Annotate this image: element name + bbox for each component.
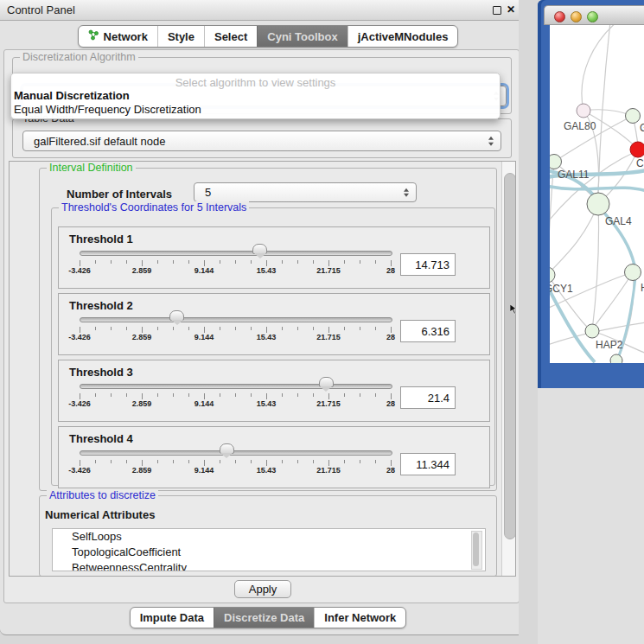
slider-thumb[interactable] bbox=[319, 377, 334, 387]
attribute-item-topologicalcoefficient[interactable]: TopologicalCoefficient bbox=[53, 545, 485, 560]
tab-cyni-toolbox[interactable]: Cyni Toolbox bbox=[257, 26, 347, 47]
attribute-item-betweennesscentrality[interactable]: BetweennessCentrality bbox=[53, 560, 485, 571]
apply-button[interactable]: Apply bbox=[234, 580, 291, 598]
tick-mark bbox=[235, 327, 236, 330]
tick-mark bbox=[142, 260, 143, 266]
network-node-ga[interactable] bbox=[626, 109, 641, 124]
network-canvas[interactable]: GAL80GACGAL11GAL4GCY1HHAP2 bbox=[550, 25, 644, 363]
dropdown-item-equal-width-frequency[interactable]: Equal Width/Frequency Discretization bbox=[14, 103, 201, 116]
threshold-title: Threshold 1 bbox=[69, 233, 133, 245]
numerical-attributes-label: Numerical Attributes bbox=[45, 508, 155, 521]
tick-label: 2.859 bbox=[132, 266, 152, 275]
group-legend: Attributes to discretize bbox=[47, 489, 158, 502]
threshold-value-field[interactable]: 21.4 bbox=[400, 386, 456, 409]
tick-mark bbox=[204, 393, 205, 399]
scrollbar-thumb[interactable] bbox=[504, 173, 516, 539]
tab-impute-data[interactable]: Impute Data bbox=[131, 608, 214, 628]
tick-mark bbox=[313, 460, 314, 463]
slider-thumb[interactable] bbox=[220, 443, 234, 454]
tick-mark bbox=[391, 327, 392, 333]
list-scrollbar[interactable] bbox=[471, 531, 482, 570]
network-window-titlebar[interactable] bbox=[544, 5, 644, 25]
tab-style[interactable]: Style bbox=[157, 26, 204, 47]
slider-track[interactable] bbox=[80, 317, 392, 322]
network-edge bbox=[595, 272, 633, 326]
tick-label: 15.43 bbox=[257, 399, 277, 408]
close-traffic-light-icon[interactable] bbox=[554, 11, 565, 22]
threshold-panel: Threshold 3-3.4262.8599.14415.4321.71528… bbox=[58, 360, 490, 422]
tab-label: Style bbox=[168, 30, 194, 43]
slider-thumb[interactable] bbox=[252, 244, 267, 254]
tab-discretize-data[interactable]: Discretize Data bbox=[214, 608, 314, 628]
interval-definition-group: Interval Definition Number of Intervals … bbox=[39, 168, 497, 491]
tab-group: NetworkStyleSelectCyni ToolboxjActiveMNo… bbox=[78, 25, 459, 48]
attributes-group: Attributes to discretize Numerical Attri… bbox=[39, 495, 497, 577]
node-label: GA bbox=[640, 122, 644, 134]
tick-mark bbox=[297, 327, 298, 330]
tick-mark bbox=[220, 260, 220, 264]
combo-value: galFiltered.sif default node bbox=[34, 135, 165, 148]
network-node[interactable] bbox=[610, 354, 622, 363]
node-label: C bbox=[636, 157, 644, 169]
tick-mark bbox=[142, 393, 143, 399]
dropdown-placeholder: Select algorithm to view settings bbox=[11, 76, 500, 89]
vertical-scrollbar[interactable] bbox=[501, 162, 516, 576]
tick-label: -3.426 bbox=[68, 333, 91, 341]
tick-mark bbox=[235, 393, 236, 397]
slider-thumb[interactable] bbox=[169, 310, 184, 321]
network-node-gal11[interactable] bbox=[550, 155, 562, 169]
tick-mark bbox=[344, 260, 345, 264]
tick-mark bbox=[173, 260, 174, 264]
network-node-hap2[interactable] bbox=[585, 324, 599, 338]
tick-mark bbox=[95, 260, 96, 264]
minimize-traffic-light-icon[interactable] bbox=[571, 11, 582, 22]
tick-mark bbox=[126, 393, 127, 397]
node-label: HAP2 bbox=[596, 339, 623, 351]
tab-jactivemnodules[interactable]: jActiveMNodules bbox=[348, 26, 458, 47]
network-node-gcy1[interactable] bbox=[550, 267, 555, 283]
tab-group: Impute DataDiscretize DataInfer Network bbox=[130, 607, 407, 628]
node-label: GAL80 bbox=[564, 120, 596, 132]
control-panel-titlebar[interactable]: Control Panel ✕ bbox=[0, 0, 536, 21]
tick-mark bbox=[344, 327, 345, 330]
tab-network[interactable]: Network bbox=[79, 26, 157, 47]
tick-mark bbox=[220, 327, 220, 330]
tick-mark bbox=[375, 460, 376, 463]
tick-mark bbox=[251, 460, 252, 463]
node-label: H bbox=[641, 282, 644, 294]
numerical-attributes-list[interactable]: SelfLoopsTopologicalCoefficientBetweenne… bbox=[52, 528, 486, 571]
number-of-intervals-combobox[interactable]: 5 bbox=[194, 182, 417, 202]
node-label: GCY1 bbox=[550, 283, 573, 295]
attribute-item-selfloops[interactable]: SelfLoops bbox=[53, 529, 485, 545]
threshold-value-field[interactable]: 11.344 bbox=[400, 453, 456, 475]
slider-track[interactable] bbox=[80, 384, 392, 389]
tab-select[interactable]: Select bbox=[204, 26, 257, 47]
slider-track[interactable] bbox=[80, 450, 392, 456]
tick-mark bbox=[266, 460, 267, 466]
tick-mark bbox=[188, 327, 189, 330]
threshold-value-field[interactable]: 14.713 bbox=[400, 253, 456, 276]
network-node-gal4[interactable] bbox=[587, 193, 609, 215]
tick-mark bbox=[204, 327, 205, 333]
float-icon[interactable] bbox=[493, 6, 501, 15]
network-icon bbox=[88, 29, 99, 43]
tick-mark bbox=[251, 327, 252, 330]
zoom-traffic-light-icon[interactable] bbox=[587, 11, 598, 22]
network-edge bbox=[550, 204, 598, 275]
tab-infer-network[interactable]: Infer Network bbox=[314, 608, 405, 628]
tick-mark bbox=[142, 327, 143, 333]
network-node-c[interactable] bbox=[630, 142, 644, 157]
tick-mark bbox=[126, 260, 127, 264]
dropdown-item-manual-discretization[interactable]: Manual Discretization bbox=[14, 89, 130, 102]
table-panel: Table Panel ⚙ ✓ ✓ shared... na YDL19...Y… bbox=[538, 388, 644, 644]
threshold-value-field[interactable]: 6.316 bbox=[400, 320, 456, 342]
tick-mark bbox=[142, 460, 143, 466]
close-icon[interactable]: ✕ bbox=[507, 3, 515, 16]
slider-track[interactable] bbox=[80, 251, 392, 256]
table-data-combobox[interactable]: galFiltered.sif default node bbox=[22, 131, 501, 151]
network-node-gal80[interactable] bbox=[577, 104, 590, 118]
tick-mark bbox=[313, 393, 314, 397]
tick-mark bbox=[80, 327, 80, 333]
tick-mark bbox=[173, 393, 174, 397]
network-node-h[interactable] bbox=[625, 265, 641, 281]
